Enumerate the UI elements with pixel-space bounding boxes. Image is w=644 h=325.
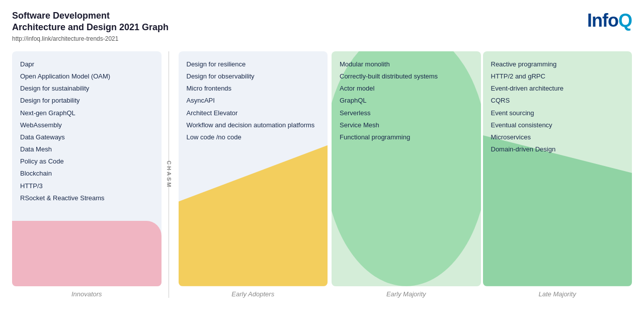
list-item: Architect Elevator xyxy=(187,107,320,119)
list-item: Service Mesh xyxy=(340,119,473,131)
list-item: Actor model xyxy=(340,83,473,95)
early-majority-list: Modular monolithCorrectly-built distribu… xyxy=(340,58,473,143)
column-early-adopters: Design for resilienceDesign for observab… xyxy=(179,51,328,298)
innovators-label: Innovators xyxy=(12,286,162,298)
list-item: Low code /no code xyxy=(187,131,320,143)
list-item: Functional programming xyxy=(340,131,473,143)
list-item: Serverless xyxy=(340,107,473,119)
infoq-logo: InfoQ xyxy=(587,10,632,31)
url-link[interactable]: http://infoq.link/architecture-trends-20… xyxy=(12,35,169,42)
list-item: Data Mesh xyxy=(20,143,153,155)
list-item: CQRS xyxy=(491,95,624,107)
list-item: GraphQL xyxy=(340,95,473,107)
list-item: RSocket & Reactive Streams xyxy=(20,192,153,204)
list-item: Data Gateways xyxy=(20,131,153,143)
header-left: Software Development Architecture and De… xyxy=(12,10,169,42)
list-item: Design for observability xyxy=(187,70,320,83)
list-item: Event sourcing xyxy=(491,107,624,119)
page-title: Software Development Architecture and De… xyxy=(12,10,169,34)
list-item: Workflow and decision automation platfor… xyxy=(187,119,320,131)
list-item: Design for resilience xyxy=(187,58,320,70)
list-item: Blockchain xyxy=(20,168,153,180)
list-item: Design for portability xyxy=(20,95,153,107)
late-majority-label: Late Majority xyxy=(483,286,632,298)
list-item: Reactive programming xyxy=(491,58,624,70)
early-majority-label: Early Majority xyxy=(332,286,481,298)
page-wrapper: Software Development Architecture and De… xyxy=(12,10,632,298)
list-item: Correctly-built distributed systems xyxy=(340,70,473,83)
list-item: HTTP/2 and gRPC xyxy=(491,70,624,83)
list-item: AsyncAPI xyxy=(187,95,320,107)
early-majority-content: Modular monolithCorrectly-built distribu… xyxy=(332,51,481,286)
chasm-label: CHASM xyxy=(166,160,172,188)
list-item: Eventual consistency xyxy=(491,119,624,131)
list-item: Design for sustainability xyxy=(20,83,153,95)
list-item: Micro frontends xyxy=(187,83,320,95)
list-item: HTTP/3 xyxy=(20,180,153,192)
list-item: Microservices xyxy=(491,131,624,143)
innovators-content: DaprOpen Application Model (OAM)Design f… xyxy=(12,51,162,286)
list-item: Open Application Model (OAM) xyxy=(20,70,153,83)
list-item: WebAssembly xyxy=(20,119,153,131)
innovators-list: DaprOpen Application Model (OAM)Design f… xyxy=(20,58,153,204)
list-item: Next-gen GraphQL xyxy=(20,107,153,119)
list-item: Policy as Code xyxy=(20,155,153,168)
column-early-majority: Modular monolithCorrectly-built distribu… xyxy=(332,51,481,298)
late-majority-list: Reactive programmingHTTP/2 and gRPCEvent… xyxy=(491,58,624,156)
column-late-majority: Reactive programmingHTTP/2 and gRPCEvent… xyxy=(483,51,632,298)
chart-area: DaprOpen Application Model (OAM)Design f… xyxy=(12,51,632,298)
list-item: Domain-driven Design xyxy=(491,143,624,155)
early-adopters-label: Early Adopters xyxy=(179,286,328,298)
list-item: Modular monolith xyxy=(340,58,473,70)
early-adopters-list: Design for resilienceDesign for observab… xyxy=(187,58,320,143)
chasm-divider: CHASM xyxy=(162,51,177,298)
list-item: Event-driven architecture xyxy=(491,83,624,95)
early-adopters-content: Design for resilienceDesign for observab… xyxy=(179,51,328,286)
late-majority-content: Reactive programmingHTTP/2 and gRPCEvent… xyxy=(483,51,632,286)
list-item: Dapr xyxy=(20,58,153,70)
header: Software Development Architecture and De… xyxy=(12,10,632,42)
column-innovators: DaprOpen Application Model (OAM)Design f… xyxy=(12,51,162,298)
